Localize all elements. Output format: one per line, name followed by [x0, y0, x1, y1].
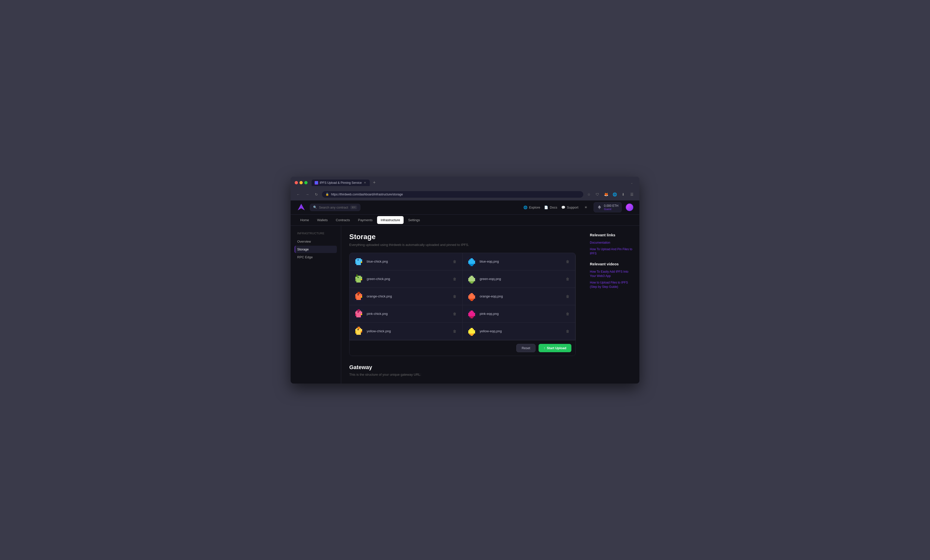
nav-wallets[interactable]: Wallets	[314, 216, 331, 224]
svg-marker-0	[298, 204, 305, 210]
nav-infrastructure[interactable]: Infrastructure	[377, 216, 403, 224]
file-name-blue-chick: blue-chick.png	[367, 259, 448, 263]
sidebar-item-storage[interactable]: Storage	[295, 245, 337, 253]
file-thumb-blue-egg	[467, 256, 477, 267]
primary-nav: Home Wallets Contracts Payments Infrastr…	[291, 215, 639, 226]
reset-button[interactable]: Reset	[516, 344, 536, 352]
sidebar-section-title: Infrastructure	[295, 232, 337, 235]
wallet-ext-icon[interactable]: 🦊	[602, 191, 610, 198]
svg-rect-56	[357, 327, 360, 329]
nav-payments[interactable]: Payments	[354, 216, 376, 224]
svg-rect-35	[468, 295, 475, 299]
file-thumb-green-chick	[354, 274, 364, 284]
avatar[interactable]	[626, 204, 633, 211]
pixel-art-pink-egg	[467, 309, 476, 318]
back-button[interactable]: ←	[295, 191, 302, 198]
nav-home[interactable]: Home	[297, 216, 313, 224]
delete-pink-chick[interactable]: 🗑	[451, 310, 458, 318]
sidebar: Infrastructure Overview Storage RPC Edge	[291, 226, 341, 384]
delete-orange-egg[interactable]: 🗑	[564, 293, 571, 300]
download-ext-icon[interactable]: ⬇	[620, 191, 627, 198]
svg-rect-25	[471, 282, 473, 284]
svg-rect-8	[361, 262, 362, 263]
file-item-blue-egg: blue-eqq.png 🗑	[462, 253, 576, 270]
explore-button[interactable]: 🌐 Explore	[524, 206, 540, 209]
theme-toggle[interactable]: ☀	[582, 204, 590, 211]
svg-rect-6	[356, 262, 361, 265]
video-ipfs-web3[interactable]: How To Easily Add IPFS Into Your Web3 Ap…	[590, 270, 633, 278]
delete-orange-chick[interactable]: 🗑	[451, 293, 458, 300]
svg-rect-29	[356, 298, 361, 300]
svg-rect-16	[357, 277, 359, 278]
delete-pink-egg[interactable]: 🗑	[564, 310, 571, 318]
search-input[interactable]	[319, 206, 348, 209]
close-button[interactable]	[295, 181, 298, 184]
svg-rect-9	[471, 258, 473, 259]
svg-rect-49	[471, 317, 473, 318]
sidebar-item-overview[interactable]: Overview	[295, 238, 337, 245]
tab-close-icon[interactable]: ✕	[363, 181, 367, 184]
link-documentation[interactable]: Documentation	[590, 241, 633, 245]
svg-rect-10	[469, 259, 474, 261]
docs-button[interactable]: 📄 Docs	[544, 206, 557, 209]
file-thumb-green-egg	[467, 274, 477, 284]
globe-ext-icon[interactable]: 🌐	[611, 191, 618, 198]
file-grid: blue-chick.png 🗑	[350, 253, 576, 340]
wallet-info[interactable]: 0.000 ETH Guest	[594, 202, 622, 212]
svg-rect-17	[356, 280, 361, 282]
svg-rect-30	[355, 296, 357, 299]
upload-area: blue-chick.png 🗑	[349, 253, 576, 356]
delete-blue-egg[interactable]: 🗑	[564, 258, 571, 265]
svg-rect-21	[471, 275, 473, 277]
logo-icon	[297, 203, 306, 211]
pixel-art-yellow-egg	[467, 327, 476, 336]
svg-rect-37	[471, 300, 473, 301]
right-sidebar: Relevant links Documentation How To Uplo…	[584, 226, 639, 384]
gateway-section: Gateway This is the structure of your un…	[349, 364, 576, 376]
file-item-orange-egg: orange-eqq.png 🗑	[462, 288, 576, 305]
file-name-blue-egg: blue-eqq.png	[480, 259, 561, 263]
file-item-pink-chick: pink-chick.png 🗑	[349, 305, 462, 323]
bookmark-icon[interactable]: ☆	[585, 191, 592, 198]
relevant-videos-section: Relevant videos How To Easily Add IPFS I…	[590, 262, 633, 289]
svg-rect-18	[355, 279, 357, 281]
svg-rect-36	[469, 299, 474, 300]
svg-rect-41	[356, 315, 361, 317]
reload-button[interactable]: ↻	[313, 191, 320, 198]
gateway-title: Gateway	[349, 364, 576, 371]
svg-rect-20	[356, 275, 357, 277]
svg-rect-44	[357, 309, 360, 311]
menu-icon[interactable]: ☰	[628, 191, 635, 198]
sidebar-item-rpc-edge[interactable]: RPC Edge	[295, 253, 337, 261]
file-name-green-egg: green-eqq.png	[480, 277, 561, 281]
content-area: Storage Everything uploaded using thirdw…	[341, 226, 584, 384]
file-item-blue-chick: blue-chick.png 🗑	[349, 253, 462, 270]
file-thumb-yellow-chick	[354, 326, 364, 336]
svg-rect-22	[469, 277, 474, 278]
forward-button[interactable]: →	[304, 191, 311, 198]
minimize-button[interactable]	[299, 181, 303, 184]
delete-green-egg[interactable]: 🗑	[564, 275, 571, 282]
active-tab[interactable]: 🌐 IPFS Upload & Pinning Service ✕	[312, 180, 370, 186]
relevant-links-title: Relevant links	[590, 233, 633, 237]
svg-rect-57	[471, 328, 473, 329]
delete-yellow-chick[interactable]: 🗑	[451, 328, 458, 335]
support-button[interactable]: 💬 Support	[561, 206, 579, 209]
logo[interactable]	[297, 203, 306, 211]
delete-yellow-egg[interactable]: 🗑	[564, 328, 571, 335]
nav-settings[interactable]: Settings	[405, 216, 423, 224]
start-upload-button[interactable]: ↑ Start Upload	[539, 344, 571, 352]
delete-blue-chick[interactable]: 🗑	[451, 258, 458, 265]
delete-green-chick[interactable]: 🗑	[451, 275, 458, 282]
wallet-balance: 0.000 ETH	[604, 204, 618, 207]
pixel-art-yellow-chick	[354, 327, 363, 336]
video-upload-ipfs[interactable]: How to Upload Files to IPFS (Step by Ste…	[590, 281, 633, 289]
maximize-button[interactable]	[304, 181, 308, 184]
svg-rect-32	[357, 292, 360, 294]
extension-icon[interactable]: 🛡	[594, 191, 601, 198]
link-upload-pin[interactable]: How To Upload And Pin Files to IPFS	[590, 247, 633, 256]
address-bar[interactable]: 🔒 https://thirdweb.com/dashboard/infrast…	[322, 191, 583, 198]
nav-contracts[interactable]: Contracts	[332, 216, 354, 224]
search-box[interactable]: 🔍 ⌘K	[310, 204, 360, 211]
new-tab-button[interactable]: +	[371, 179, 378, 186]
